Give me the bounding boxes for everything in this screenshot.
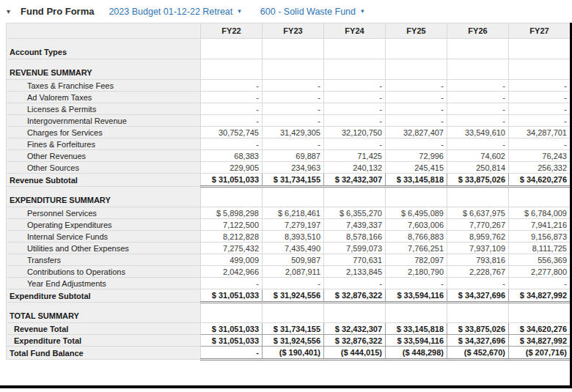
chevron-down-icon: ▾ (361, 8, 364, 15)
cell-fy22: - (201, 103, 263, 115)
table-row: TOTAL SUMMARY (7, 303, 571, 323)
cell-fy25: 7,603,006 (386, 219, 447, 231)
cell-fy25: 245,415 (386, 162, 447, 174)
row-label: Internal Service Funds (7, 231, 201, 243)
corner-header-cell (7, 23, 201, 39)
cell-fy26 (447, 59, 509, 80)
cell-fy27 (509, 59, 571, 80)
cell-fy23: $ 31,734,155 (263, 323, 324, 335)
table-row: Year End Adjustments------ (7, 278, 571, 289)
pro-forma-table: FY22FY23FY24FY25FY26FY27 Account TypesRE… (6, 23, 571, 360)
cell-fy23: $ 31,924,556 (263, 289, 324, 303)
column-header-fy22: FY22 (201, 23, 263, 39)
row-label: REVENUE SUMMARY (7, 59, 201, 80)
cell-fy25: - (386, 138, 447, 150)
cell-fy24: 71,425 (324, 150, 386, 162)
row-label: Charges for Services (7, 127, 201, 138)
cell-fy26 (447, 39, 509, 59)
cell-fy23: 8,393,510 (263, 231, 324, 243)
table-row: Revenue Total$ 31,051,033$ 31,734,155$ 3… (7, 323, 571, 335)
cell-fy23 (263, 303, 324, 323)
cell-fy26: - (447, 92, 509, 103)
cell-fy26: - (447, 103, 509, 115)
table-row: Fines & Forfeitures------ (7, 138, 571, 150)
table-row: Revenue Subtotal$ 31,051,033$ 31,734,155… (7, 174, 571, 187)
toolbar: ▾ Fund Pro Forma 2023 Budget 01-12-22 Re… (0, 0, 572, 23)
cell-fy22: - (201, 278, 263, 289)
cell-fy23 (263, 39, 324, 59)
cell-fy24: 2,133,845 (324, 266, 386, 278)
row-label: Revenue Subtotal (7, 174, 201, 187)
table-row: Utilities and Other Expenses7,275,4327,4… (7, 243, 571, 254)
table-row: Intergovernmental Revenue------ (7, 115, 571, 127)
cell-fy24: $ 32,432,307 (324, 174, 386, 187)
cell-fy27: - (509, 138, 571, 150)
cell-fy25: $ 6,495,089 (386, 207, 447, 219)
cell-fy27: - (509, 92, 571, 103)
cell-fy27: $ 34,827,992 (509, 335, 571, 347)
cell-fy24 (324, 303, 386, 323)
cell-fy24 (324, 59, 386, 80)
cell-fy22: 68,383 (201, 150, 263, 162)
cell-fy23: 7,435,490 (263, 243, 324, 254)
row-label: Contributions to Operations (7, 266, 201, 278)
table-row: Total Fund Balance-($ 190,401)($ 444,015… (7, 347, 571, 360)
cell-fy27: 556,369 (509, 254, 571, 266)
cell-fy27 (509, 303, 571, 323)
cell-fy26: 793,816 (447, 254, 509, 266)
cell-fy27: $ 6,784,009 (509, 207, 571, 219)
cell-fy27: - (509, 115, 571, 127)
cell-fy24: - (324, 92, 386, 103)
cell-fy26: - (447, 115, 509, 127)
cell-fy22: - (201, 347, 263, 360)
cell-fy27: 34,287,701 (509, 127, 571, 138)
cell-fy26: 7,770,267 (447, 219, 509, 231)
collapse-caret-icon[interactable]: ▾ (7, 8, 10, 15)
cell-fy22: $ 31,051,033 (201, 335, 263, 347)
cell-fy22: 8,212,828 (201, 231, 263, 243)
row-label: EXPENDITURE SUMMARY (7, 187, 201, 207)
table-row: Other Revenues68,38369,88771,42572,99674… (7, 150, 571, 162)
cell-fy23: - (263, 92, 324, 103)
window-border-bottom (0, 385, 572, 388)
row-label: Licenses & Permits (7, 103, 201, 115)
cell-fy27: - (509, 103, 571, 115)
row-label: Taxes & Franchise Fees (7, 80, 201, 92)
cell-fy27: $ 34,620,276 (509, 323, 571, 335)
cell-fy26 (447, 187, 509, 207)
budget-version-dropdown[interactable]: 2023 Budget 01-12-22 Retreat ▾ (109, 7, 241, 17)
cell-fy23: 7,279,197 (263, 219, 324, 231)
cell-fy25 (386, 59, 447, 80)
cell-fy24: $ 32,432,307 (324, 323, 386, 335)
cell-fy23: 69,887 (263, 150, 324, 162)
row-label: Fines & Forfeitures (7, 138, 201, 150)
table-row: EXPENDITURE SUMMARY (7, 187, 571, 207)
cell-fy25: - (386, 80, 447, 92)
cell-fy25: $ 33,145,818 (386, 174, 447, 187)
cell-fy24: $ 32,876,322 (324, 289, 386, 303)
cell-fy25 (386, 187, 447, 207)
page-title: Fund Pro Forma (21, 6, 94, 17)
cell-fy26: 33,549,610 (447, 127, 509, 138)
row-label: Expenditure Total (7, 335, 201, 347)
table-row: Account Types (7, 39, 571, 59)
row-label: Expenditure Subtotal (7, 289, 201, 303)
cell-fy26: $ 34,327,696 (447, 289, 509, 303)
cell-fy24: - (324, 115, 386, 127)
chevron-down-icon: ▾ (238, 8, 241, 15)
row-label: Operating Expenditures (7, 219, 201, 231)
cell-fy25: 32,827,407 (386, 127, 447, 138)
cell-fy22: 7,275,432 (201, 243, 263, 254)
row-label: Other Revenues (7, 150, 201, 162)
cell-fy25: 7,766,251 (386, 243, 447, 254)
cell-fy25: $ 33,594,116 (386, 289, 447, 303)
cell-fy24 (324, 39, 386, 59)
fund-dropdown[interactable]: 600 - Solid Waste Fund ▾ (260, 7, 364, 17)
cell-fy26: - (447, 138, 509, 150)
table-row: REVENUE SUMMARY (7, 59, 571, 80)
cell-fy24: 32,120,750 (324, 127, 386, 138)
cell-fy22: - (201, 115, 263, 127)
cell-fy27: 2,277,800 (509, 266, 571, 278)
cell-fy23: 234,963 (263, 162, 324, 174)
column-header-fy23: FY23 (263, 23, 324, 39)
